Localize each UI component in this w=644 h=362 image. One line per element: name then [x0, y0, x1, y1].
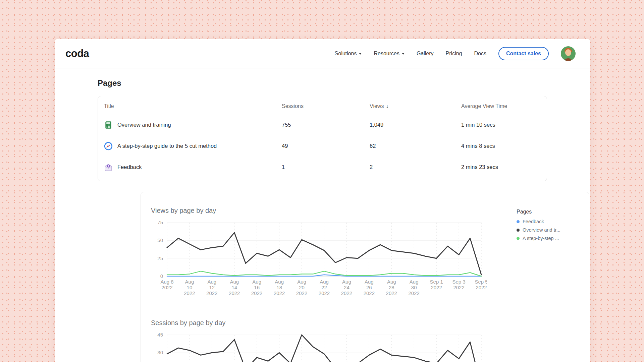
column-header-avg-view-time: Average View Time — [461, 103, 547, 109]
sessions-chart-block: Sessions by page by day 0153045Aug 82022… — [150, 319, 589, 362]
views-value: 62 — [370, 143, 461, 149]
nav-item-label: Solutions — [335, 51, 357, 57]
views-line-chart: 0255075Aug 82022Aug102022Aug122022Aug142… — [150, 218, 487, 301]
chart-legend: Pages Feedback Overview and tr... A step… — [517, 209, 584, 244]
avg-view-time-value: 1 min 10 secs — [461, 122, 547, 128]
column-header-label: Views — [370, 103, 384, 109]
svg-text:Aug262022: Aug262022 — [364, 279, 375, 296]
svg-text:50: 50 — [157, 237, 163, 243]
page-content: Pages Title Sessions Views ↓ Average Vie… — [55, 68, 590, 362]
svg-text:Aug102022: Aug102022 — [184, 279, 195, 296]
page-title: Pages — [98, 78, 590, 88]
nav-item-pricing[interactable]: Pricing — [446, 51, 462, 57]
avg-view-time-value: 2 mins 23 secs — [461, 164, 547, 170]
chevron-down-icon — [402, 53, 405, 55]
svg-text:Aug 82022: Aug 82022 — [160, 279, 173, 290]
legend-dot-green — [517, 237, 520, 240]
table-header-row: Title Sessions Views ↓ Average View Time — [98, 98, 547, 114]
sessions-value: 1 — [282, 164, 370, 170]
column-header-sessions: Sessions — [282, 103, 370, 109]
svg-text:75: 75 — [157, 220, 163, 225]
page-link[interactable]: A step-by-step guide to the 5 cut method — [117, 143, 217, 149]
avg-view-time-value: 4 mins 8 secs — [461, 143, 547, 149]
main-window: coda Solutions Resources Gallery Pricing… — [55, 39, 590, 362]
avatar-face — [565, 49, 571, 56]
page-link[interactable]: Feedback — [117, 164, 142, 170]
column-header-title: Title — [98, 103, 282, 109]
svg-text:Aug122022: Aug122022 — [206, 279, 217, 296]
nav-item-label: Docs — [474, 51, 486, 57]
svg-text:Aug142022: Aug142022 — [229, 279, 240, 296]
nav-item-label: Gallery — [417, 51, 434, 57]
svg-text:Aug202022: Aug202022 — [296, 279, 307, 296]
nav-item-docs[interactable]: Docs — [474, 51, 486, 57]
svg-text:Aug282022: Aug282022 — [386, 279, 397, 296]
charts-card: Views by page by day 0255075Aug 82022Aug… — [141, 192, 589, 362]
legend-dot-blue — [517, 220, 520, 223]
table-row: Overview and training 755 1,049 1 min 10… — [98, 114, 547, 135]
views-value: 2 — [370, 164, 461, 170]
svg-text:Aug242022: Aug242022 — [341, 279, 352, 296]
nav-item-resources[interactable]: Resources — [374, 51, 404, 57]
nav-item-solutions[interactable]: Solutions — [335, 51, 362, 57]
compass-icon — [104, 142, 113, 150]
nav-item-gallery[interactable]: Gallery — [417, 51, 434, 57]
avatar[interactable] — [561, 46, 576, 61]
coda-logo[interactable]: coda — [65, 48, 89, 60]
column-header-views[interactable]: Views ↓ — [370, 103, 461, 109]
top-nav: coda Solutions Resources Gallery Pricing… — [55, 39, 590, 68]
legend-item-feedback[interactable]: Feedback — [517, 219, 584, 224]
svg-text:Aug162022: Aug162022 — [251, 279, 262, 296]
svg-text:Aug302022: Aug302022 — [409, 279, 420, 296]
table-row: A step-by-step guide to the 5 cut method… — [98, 135, 547, 157]
pages-stats-table: Title Sessions Views ↓ Average View Time — [98, 96, 547, 181]
svg-text:0: 0 — [160, 273, 163, 279]
sessions-value: 49 — [282, 143, 370, 149]
svg-text:Sep 32022: Sep 32022 — [452, 279, 465, 290]
mail-feedback-icon — [104, 163, 113, 172]
legend-title: Pages — [517, 209, 584, 215]
legend-label: Overview and tr... — [523, 227, 560, 233]
nav-links: Solutions Resources Gallery Pricing Docs… — [335, 46, 576, 61]
sessions-value: 755 — [282, 122, 370, 128]
sessions-line-chart: 0153045Aug 82022Aug102022Aug122022Aug142… — [150, 330, 487, 362]
svg-text:Sep 12022: Sep 12022 — [430, 279, 443, 290]
contact-sales-button[interactable]: Contact sales — [498, 47, 549, 60]
sort-descending-icon: ↓ — [386, 103, 388, 109]
page-link[interactable]: Overview and training — [117, 122, 171, 128]
table-row: Feedback 1 2 2 mins 23 secs — [98, 157, 547, 178]
nav-item-label: Resources — [374, 51, 399, 57]
legend-label: Feedback — [523, 219, 544, 224]
sessions-chart-title: Sessions by page by day — [151, 319, 589, 327]
legend-item-overview[interactable]: Overview and tr... — [517, 227, 584, 233]
views-value: 1,049 — [370, 122, 461, 128]
svg-text:Sep 52022: Sep 52022 — [475, 279, 487, 290]
svg-text:45: 45 — [157, 332, 163, 338]
calculator-icon — [104, 121, 113, 129]
chevron-down-icon — [359, 53, 362, 55]
legend-dot-black — [517, 229, 520, 232]
nav-item-label: Pricing — [446, 51, 462, 57]
avatar-body — [563, 58, 573, 61]
svg-text:30: 30 — [157, 350, 163, 355]
svg-text:Aug222022: Aug222022 — [319, 279, 330, 296]
svg-text:Aug182022: Aug182022 — [274, 279, 285, 296]
legend-item-step-by-step[interactable]: A step-by-step ... — [517, 236, 584, 241]
svg-text:25: 25 — [157, 255, 163, 261]
legend-label: A step-by-step ... — [523, 236, 559, 241]
